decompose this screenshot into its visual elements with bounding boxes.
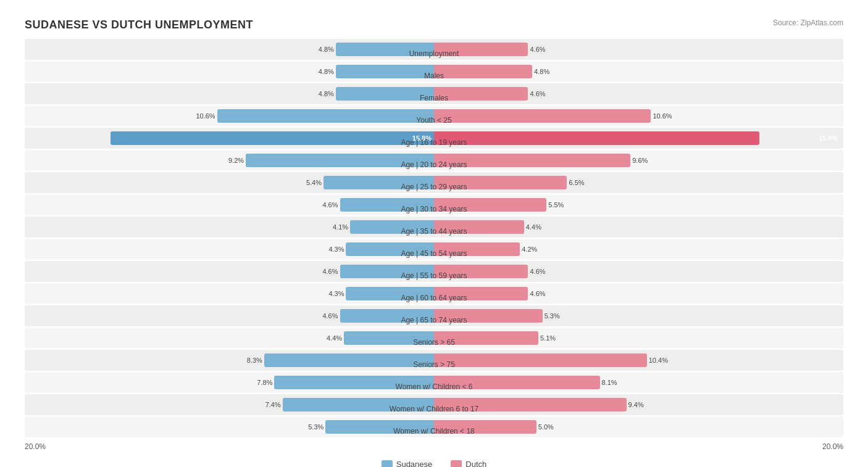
bar-left [283, 398, 434, 411]
bar-left [111, 131, 434, 145]
bar-left [264, 353, 434, 367]
axis-left: 20.0% [25, 442, 46, 451]
bar-row: 5.3% Women w/ Children < 18 5.0% [25, 416, 843, 437]
bar-left [336, 65, 434, 78]
bar-left [217, 109, 434, 123]
bar-left [336, 87, 434, 101]
value-right: 6.5% [569, 179, 584, 186]
right-section: 10.4% [434, 352, 843, 369]
value-left: 5.3% [308, 423, 323, 431]
left-section: 4.6% [25, 307, 434, 324]
value-left: 4.8% [319, 90, 334, 97]
bar-right [434, 287, 528, 300]
bar-row: 4.6% Age | 55 to 59 years 4.6% [25, 261, 843, 282]
right-section: 6.5% [434, 174, 843, 191]
value-right: 9.6% [632, 157, 648, 164]
right-section: 5.3% [434, 307, 843, 324]
value-left: 4.6% [322, 201, 338, 209]
bar-right [434, 331, 538, 345]
bar-right [434, 376, 600, 389]
bar-row: 7.4% Women w/ Children 6 to 17 9.4% [25, 394, 843, 415]
axis-row: 20.0% 20.0% [25, 439, 843, 456]
value-left: 4.1% [333, 223, 348, 231]
bar-right [434, 87, 528, 101]
bar-left [325, 420, 434, 434]
sudanese-color-box [382, 460, 393, 468]
bar-row: 4.8% Females 4.6% [25, 83, 843, 104]
value-left: 4.8% [319, 46, 334, 53]
bar-right [434, 420, 536, 434]
chart-source: Source: ZipAtlas.com [773, 19, 843, 27]
bar-left [344, 331, 434, 345]
left-section: 4.6% [25, 263, 434, 280]
right-section: 8.1% [434, 374, 843, 391]
bar-right [434, 353, 647, 367]
value-right: 4.6% [530, 290, 545, 297]
right-section: 4.6% [434, 263, 843, 280]
right-section: 4.6% [434, 85, 843, 102]
bar-row: 4.1% Age | 35 to 44 years 4.4% [25, 217, 843, 238]
dutch-label: Dutch [465, 460, 486, 467]
value-right: 4.4% [526, 223, 541, 231]
bar-right [434, 154, 630, 167]
chart-container: SUDANESE VS DUTCH UNEMPLOYMENT Source: Z… [12, 12, 856, 467]
bar-left [340, 309, 434, 323]
bar-row: 4.8% Unemployment 4.6% [25, 39, 843, 60]
chart-title: SUDANESE VS DUTCH UNEMPLOYMENT [25, 19, 253, 31]
value-left: 4.6% [322, 312, 338, 320]
right-section: 10.6% [434, 107, 843, 125]
bar-row: 4.4% Seniors > 65 5.1% [25, 328, 843, 349]
left-section: 5.3% [25, 418, 434, 436]
right-section: 5.0% [434, 418, 843, 436]
value-left: 4.3% [328, 290, 344, 297]
value-right: 10.4% [649, 357, 668, 364]
right-section: 4.8% [434, 63, 843, 80]
left-section: 4.8% [25, 85, 434, 102]
value-left: 4.4% [327, 334, 342, 342]
bar-left [336, 43, 434, 56]
bar-row: 8.3% Seniors > 75 10.4% [25, 350, 843, 371]
sudanese-label: Sudanese [396, 460, 433, 467]
dutch-color-box [451, 460, 462, 468]
value-right: 10.6% [653, 112, 672, 120]
bar-row: 10.6% Youth < 25 10.6% [25, 105, 843, 126]
bar-left [346, 242, 434, 256]
right-section: 9.6% [434, 152, 843, 169]
legend: Sudanese Dutch [25, 460, 843, 467]
bar-row: 4.6% Age | 30 to 34 years 5.5% [25, 194, 843, 215]
bar-left [246, 154, 434, 167]
left-section: 5.4% [25, 174, 434, 191]
bar-left [350, 220, 434, 234]
left-section: 7.8% [25, 374, 434, 391]
right-section: 5.1% [434, 329, 843, 347]
value-right: 4.8% [534, 68, 549, 75]
bar-left [340, 198, 434, 212]
value-left: 7.4% [265, 401, 281, 408]
bar-right [434, 309, 543, 323]
bar-row: 4.3% Age | 45 to 54 years 4.2% [25, 239, 843, 260]
bar-right [434, 176, 567, 189]
bar-right [434, 220, 524, 234]
bar-row: 4.3% Age | 60 to 64 years 4.6% [25, 283, 843, 304]
value-left: 15.8% [412, 134, 432, 142]
chart-header: SUDANESE VS DUTCH UNEMPLOYMENT Source: Z… [25, 19, 843, 31]
right-section: 5.5% [434, 196, 843, 213]
bar-row: 7.8% Women w/ Children < 6 8.1% [25, 372, 843, 393]
right-section: 4.6% [434, 41, 843, 58]
right-section: 4.6% [434, 285, 843, 302]
bar-right [434, 131, 759, 145]
right-section: 4.2% [434, 241, 843, 258]
value-right: 4.6% [530, 90, 545, 97]
value-left: 10.6% [196, 112, 215, 120]
bar-row: 5.4% Age | 25 to 29 years 6.5% [25, 172, 843, 193]
right-section: 15.9% [434, 130, 843, 147]
value-left: 4.8% [319, 68, 334, 75]
left-section: 4.8% [25, 63, 434, 80]
left-section: 7.4% [25, 396, 434, 413]
left-section: 4.3% [25, 241, 434, 258]
value-right: 8.1% [602, 379, 617, 386]
bar-right [434, 109, 651, 123]
axis-right: 20.0% [822, 442, 843, 451]
value-left: 5.4% [306, 179, 322, 186]
value-right: 15.9% [819, 134, 838, 142]
